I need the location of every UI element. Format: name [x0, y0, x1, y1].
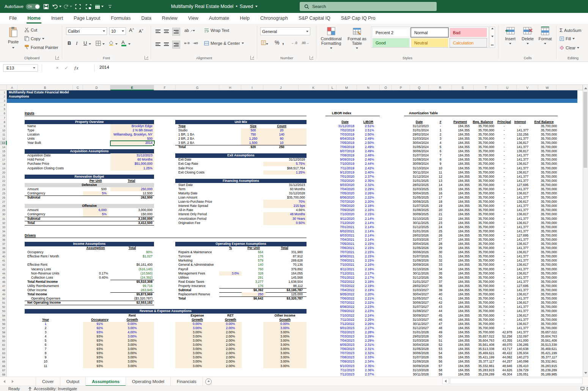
column-header-H[interactable]: H: [219, 85, 241, 90]
amort-payment[interactable]: 184,355: [458, 128, 470, 132]
row-header-52[interactable]: 52: [0, 305, 7, 309]
amort-date[interactable]: 30/06/2027: [412, 301, 429, 305]
revexp-ret-growth[interactable]: 2.00%: [219, 351, 242, 355]
amort-date[interactable]: 30/06/2026: [412, 250, 429, 254]
amort-end-balance[interactable]: 35,700,000: [541, 238, 557, 242]
amort-beg-balance[interactable]: 35,700,000: [478, 280, 494, 284]
revexp-hdr-year[interactable]: Year: [38, 318, 53, 322]
ribbon-tab-chronograph[interactable]: Chronograph: [255, 13, 293, 24]
amort-num[interactable]: 19: [435, 204, 446, 208]
libor-date[interactable]: 7/08/2019: [340, 153, 354, 158]
libor-rate[interactable]: 2.22%: [365, 301, 374, 305]
font-color-button[interactable]: A: [121, 39, 126, 46]
autosum-button[interactable]: ΣAutoSum: [560, 27, 581, 33]
ribbon-tab-view[interactable]: View: [183, 13, 204, 24]
amort-principal[interactable]: -: [495, 128, 513, 132]
opex-total[interactable]: 145,568: [291, 276, 303, 280]
libor-date[interactable]: 7/10/2022: [340, 314, 354, 318]
renovation-total[interactable]: 3,000,000: [138, 208, 153, 212]
amort-payment[interactable]: 184,355: [458, 372, 470, 377]
amort-end-balance[interactable]: 35,700,000: [541, 208, 557, 212]
renovation-total-value[interactable]: 3,412,500: [138, 221, 153, 225]
amort-principal[interactable]: -: [495, 175, 513, 179]
amort-principal[interactable]: -: [495, 229, 513, 233]
row-header-29[interactable]: 29: [0, 208, 7, 212]
opex-label[interactable]: Marketing: [178, 259, 192, 263]
libor-rate[interactable]: 2.25%: [365, 318, 374, 322]
amort-beg-balance[interactable]: 35,700,000: [478, 330, 494, 334]
revexp-expense-growth[interactable]: 3.00%: [175, 364, 219, 368]
libor-rate[interactable]: 2.15%: [365, 259, 374, 263]
libor-date[interactable]: 7/05/2019: [340, 141, 354, 145]
column-header-F[interactable]: F: [154, 85, 176, 90]
opex-label[interactable]: General & Administrative: [178, 263, 214, 267]
amort-num[interactable]: 25: [435, 229, 446, 233]
amort-num[interactable]: 16: [435, 191, 446, 196]
opex-total-label[interactable]: Total: [178, 296, 186, 301]
amort-end-balance[interactable]: 35,469,621: [541, 347, 557, 351]
column-header-K[interactable]: K: [299, 85, 329, 90]
amort-date[interactable]: 31/05/2028: [412, 347, 429, 351]
amort-principal[interactable]: -: [495, 259, 513, 263]
libor-rate[interactable]: 2.23%: [365, 309, 374, 313]
row-header-10[interactable]: 10: [0, 128, 7, 132]
financing-value[interactable]: 0.50%: [296, 221, 305, 225]
amort-payment[interactable]: 184,355: [458, 322, 470, 326]
fill-button[interactable]: Fill: [560, 36, 575, 41]
amort-principal[interactable]: -: [495, 267, 513, 271]
revexp-occupancy[interactable]: 93%: [86, 355, 113, 359]
income-total[interactable]: (24,392): [140, 276, 153, 280]
revexp-hdr-expense[interactable]: Expense: [175, 314, 219, 318]
amort-payment[interactable]: 184,355: [458, 208, 470, 212]
amort-end-balance[interactable]: 35,700,000: [541, 280, 557, 284]
revexp-other-income-growth[interactable]: 3.00%: [263, 334, 307, 339]
amort-colhdr-4[interactable]: Principal: [495, 120, 513, 124]
libor-date[interactable]: 7/12/2021: [340, 271, 354, 276]
amort-interest[interactable]: 141,377: [517, 145, 528, 149]
financing-label[interactable]: Origination Fee: [178, 221, 200, 225]
row-header-23[interactable]: 23: [0, 183, 7, 187]
revexp-occupancy[interactable]: 93%: [86, 364, 113, 368]
amort-principal[interactable]: 44,082: [502, 355, 512, 359]
amort-payment[interactable]: 184,355: [458, 296, 470, 301]
libor-rate[interactable]: 2.23%: [365, 305, 374, 309]
libor-date[interactable]: 8/03/2021: [340, 233, 354, 238]
row-header-17[interactable]: 17: [0, 158, 7, 162]
amort-principal[interactable]: -: [495, 309, 513, 313]
libor-rate[interactable]: 2.19%: [365, 288, 374, 292]
sheet-banner-title[interactable]: Multifamily Real Estate Financial Model: [9, 90, 69, 95]
amort-interest[interactable]: 141,377: [517, 254, 528, 259]
amort-beg-balance[interactable]: 35,700,000: [478, 284, 494, 288]
revexp-ret-growth[interactable]: 2.00%: [219, 359, 242, 364]
opex-total[interactable]: 1,638,504: [288, 280, 303, 284]
row-header-18[interactable]: 18: [0, 162, 7, 166]
renovation-perunit[interactable]: 6,000: [99, 208, 107, 212]
amort-principal[interactable]: -: [495, 233, 513, 238]
amort-date[interactable]: 28/02/2026: [412, 233, 429, 238]
income-total[interactable]: 90%: [146, 250, 153, 254]
amort-payment[interactable]: 184,355: [458, 364, 470, 368]
revexp-other-income-growth[interactable]: 3.00%: [263, 355, 307, 359]
amort-date[interactable]: 31/07/2028: [412, 355, 429, 359]
amort-end-balance[interactable]: 35,700,000: [541, 145, 557, 149]
financing-label[interactable]: Amortization Period: [178, 217, 206, 221]
amort-beg-balance[interactable]: 35,604,763: [478, 339, 494, 343]
property-value[interactable]: Brooklyn Edge: [132, 124, 153, 128]
amort-num[interactable]: 30: [435, 250, 446, 254]
revexp-hdr-growth[interactable]: Growth: [175, 318, 219, 322]
column-header-O[interactable]: O: [380, 85, 392, 90]
amort-interest[interactable]: 136,285: [517, 343, 528, 347]
amort-end-balance[interactable]: 35,700,000: [541, 246, 557, 250]
amort-num[interactable]: 49: [435, 330, 446, 334]
row-header-33[interactable]: 33: [0, 225, 7, 229]
search-box[interactable]: Search: [300, 2, 437, 11]
libor-date[interactable]: 7/04/2021: [340, 238, 354, 242]
row-header-47[interactable]: 47: [0, 284, 7, 288]
financing-value[interactable]: $35,700,000: [287, 196, 305, 200]
amort-end-balance[interactable]: 35,700,000: [541, 158, 557, 162]
amort-payment[interactable]: 184,355: [458, 238, 470, 242]
amort-interest[interactable]: 141,377: [517, 196, 528, 200]
amort-end-balance[interactable]: 35,700,000: [541, 170, 557, 175]
row-header-49[interactable]: 49: [0, 292, 7, 296]
amort-payment[interactable]: 184,355: [458, 355, 470, 359]
